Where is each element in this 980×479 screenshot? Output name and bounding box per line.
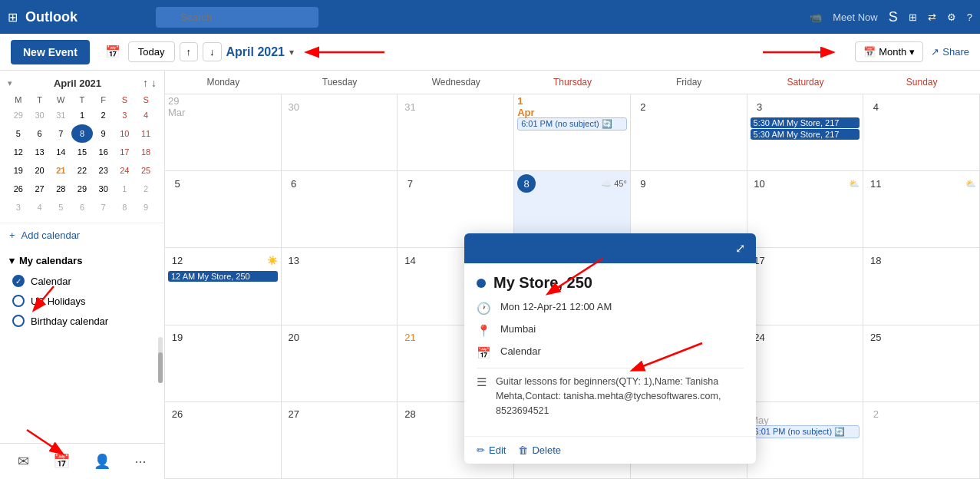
cal-cell-2may[interactable]: 2 <box>863 402 980 479</box>
mini-cal-day[interactable]: 19 <box>8 161 29 180</box>
cal-cell-25apr[interactable]: 25 <box>863 325 980 402</box>
mini-cal-day[interactable]: 30 <box>93 180 114 198</box>
mini-cal-day[interactable]: 30 <box>29 106 51 124</box>
people-icon[interactable]: 👤 <box>91 450 114 473</box>
next-month-button[interactable]: ↓ <box>203 42 222 61</box>
prev-month-button[interactable]: ↑ <box>180 42 199 61</box>
mini-cal-day[interactable]: 4 <box>135 106 157 124</box>
mini-cal-day[interactable]: 4 <box>29 198 51 216</box>
mini-cal-day[interactable]: 18 <box>135 143 157 161</box>
mini-cal-day[interactable]: 14 <box>50 143 71 161</box>
meet-now-label[interactable]: Meet Now <box>833 12 878 23</box>
mini-cal-day[interactable]: 6 <box>29 124 51 143</box>
mini-cal-day[interactable]: 2 <box>93 106 114 124</box>
mini-cal-day[interactable]: 17 <box>114 143 136 161</box>
my-calendars-header[interactable]: ▾ My calendars <box>0 250 164 271</box>
cal-cell-1apr[interactable]: 1 Apr 6:01 PM (no subject) 🔄 <box>514 94 631 171</box>
mini-cal-day[interactable]: 28 <box>50 180 71 198</box>
translate-icon[interactable]: ⇄ <box>928 12 936 23</box>
mini-cal-day[interactable]: 27 <box>29 180 51 198</box>
mini-cal-day[interactable]: 8 <box>71 124 93 143</box>
mini-cal-next[interactable]: ↓ <box>151 77 157 89</box>
new-event-button[interactable]: New Event <box>11 40 90 64</box>
calendar-checkbox-us-holidays[interactable] <box>12 295 25 307</box>
mini-cal-day[interactable]: 11 <box>135 124 157 143</box>
calendar-item-us-holidays[interactable]: US Holidays <box>0 291 164 311</box>
mini-cal-day[interactable]: 3 <box>8 198 29 216</box>
cal-cell-29mar[interactable]: 29 Mar <box>165 94 282 171</box>
delete-button[interactable]: 🗑 Delete <box>518 444 561 456</box>
settings-icon[interactable]: ⚙ <box>947 12 956 23</box>
calendar-checkbox-calendar[interactable]: ✓ <box>12 275 25 287</box>
cal-cell-3apr[interactable]: 3 5:30 AM My Store, 217 5:30 AM My Store… <box>747 94 864 171</box>
mini-cal-day[interactable]: 5 <box>50 198 71 216</box>
skype-icon[interactable]: S <box>889 9 898 25</box>
calendar-item-birthday[interactable]: Birthday calendar <box>0 311 164 331</box>
mini-cal-day[interactable]: 24 <box>114 161 136 180</box>
mini-cal-day[interactable]: 31 <box>50 106 71 124</box>
office-icon[interactable]: ⊞ <box>909 12 917 23</box>
mini-cal-day[interactable]: 15 <box>71 143 93 161</box>
mini-cal-day[interactable]: 3 <box>114 106 136 124</box>
mini-cal-day[interactable]: 21 <box>50 161 71 180</box>
mini-cal-title[interactable]: April 2021 <box>54 78 101 89</box>
cal-cell-10apr[interactable]: 10 ⛅ <box>747 171 864 248</box>
view-dropdown-icon[interactable]: ▾ <box>909 46 915 58</box>
mini-cal-collapse[interactable]: ▾ <box>8 78 12 88</box>
share-button[interactable]: ↗ Share <box>931 46 969 58</box>
sidebar-scrollbar[interactable] <box>158 337 163 383</box>
mini-cal-day[interactable]: 10 <box>114 124 136 143</box>
mini-cal-day[interactable]: 29 <box>71 180 93 198</box>
cal-cell-6apr[interactable]: 6 <box>282 171 398 248</box>
help-icon[interactable]: ? <box>967 12 972 23</box>
grid-icon[interactable]: ⊞ <box>8 10 18 25</box>
calendar-bottom-icon[interactable]: 📅 <box>50 450 73 473</box>
mini-cal-day[interactable]: 2 <box>135 180 157 198</box>
today-button[interactable]: Today <box>128 41 175 62</box>
video-icon[interactable]: 📹 <box>810 12 822 23</box>
mini-cal-day[interactable]: 16 <box>93 143 114 161</box>
cal-cell-24apr[interactable]: 24 <box>747 325 864 402</box>
month-view-button[interactable]: 📅 Month ▾ <box>855 41 923 62</box>
cal-cell-2apr[interactable]: 2 <box>631 94 747 171</box>
cal-cell-19apr[interactable]: 19 <box>165 325 282 402</box>
event-nosubject-1may[interactable]: 6:01 PM (no subject) 🔄 <box>751 425 860 438</box>
event-mystore217-a[interactable]: 5:30 AM My Store, 217 <box>751 117 860 128</box>
mini-cal-day[interactable]: 1 <box>114 180 136 198</box>
mini-cal-day[interactable]: 9 <box>93 124 114 143</box>
cal-cell-26apr[interactable]: 26 <box>165 402 282 479</box>
add-calendar-button[interactable]: + Add calendar <box>0 223 164 247</box>
mini-cal-day[interactable]: 25 <box>135 161 157 180</box>
cal-cell-27apr[interactable]: 27 <box>282 402 398 479</box>
event-nosubject-1apr[interactable]: 6:01 PM (no subject) 🔄 <box>517 117 627 130</box>
mini-cal-day[interactable]: 1 <box>71 106 93 124</box>
month-dropdown-icon[interactable]: ▾ <box>289 47 294 58</box>
mini-cal-day[interactable]: 9 <box>135 198 157 216</box>
month-label[interactable]: April 2021 <box>226 45 285 59</box>
mini-cal-day[interactable]: 29 <box>8 106 29 124</box>
mini-cal-day[interactable]: 20 <box>29 161 51 180</box>
event-mystore250[interactable]: 12 AM My Store, 250 <box>168 271 278 282</box>
cal-cell-31mar[interactable]: 31 <box>398 94 514 171</box>
cal-cell-13apr[interactable]: 13 <box>282 248 398 325</box>
cal-cell-12apr[interactable]: 12 ☀️ 12 AM My Store, 250 <box>165 248 282 325</box>
mini-cal-day[interactable]: 5 <box>8 124 29 143</box>
cal-cell-18apr[interactable]: 18 <box>863 248 980 325</box>
mini-cal-day[interactable]: 8 <box>114 198 136 216</box>
calendar-item-calendar[interactable]: ✓ Calendar <box>0 271 164 291</box>
cal-cell-30mar[interactable]: 30 <box>282 94 398 171</box>
mini-cal-day[interactable]: 22 <box>71 161 93 180</box>
mini-cal-day[interactable]: 7 <box>93 198 114 216</box>
cal-cell-4apr[interactable]: 4 <box>863 94 980 171</box>
more-bottom-icon[interactable]: ··· <box>131 451 149 473</box>
cal-cell-17apr[interactable]: 17 <box>747 248 864 325</box>
mini-cal-day[interactable]: 7 <box>50 124 71 143</box>
popup-expand-button[interactable]: ⤢ <box>735 241 745 256</box>
cal-cell-5apr[interactable]: 5 <box>165 171 282 248</box>
mini-cal-day[interactable]: 12 <box>8 143 29 161</box>
mini-cal-day[interactable]: 6 <box>71 198 93 216</box>
mini-cal-prev[interactable]: ↑ <box>143 77 148 89</box>
mail-icon[interactable]: ✉ <box>15 450 32 473</box>
mini-cal-day[interactable]: 23 <box>93 161 114 180</box>
mini-cal-day[interactable]: 26 <box>8 180 29 198</box>
